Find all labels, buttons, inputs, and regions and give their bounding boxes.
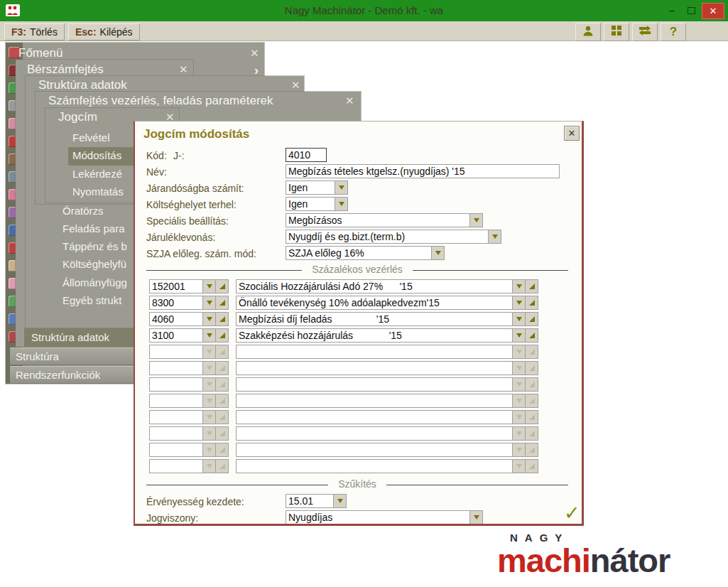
ervenyesseg-select[interactable]: 15.01	[286, 494, 347, 508]
exit-button[interactable]: Esc: Kilépés	[68, 23, 140, 41]
chevron-down-icon[interactable]	[513, 410, 526, 424]
corner-grip-icon[interactable]	[216, 394, 229, 408]
percent-code-field[interactable]: 8300	[149, 296, 203, 310]
chevron-down-icon[interactable]	[513, 394, 526, 408]
transfer-button[interactable]	[632, 23, 658, 41]
chevron-down-icon[interactable]	[203, 312, 216, 326]
menu-item-koltseghely[interactable]: Költséghelyfü	[63, 258, 126, 270]
percent-code-combo[interactable]	[149, 426, 229, 441]
percent-name-combo[interactable]	[236, 377, 538, 392]
chevron-down-icon[interactable]	[470, 213, 483, 227]
percent-name-combo[interactable]	[236, 394, 538, 408]
percent-name-field[interactable]	[236, 377, 513, 392]
koltseghely-select[interactable]: Igen	[286, 197, 348, 211]
percent-code-combo[interactable]	[149, 361, 229, 375]
specialis-value[interactable]: Megbízásos	[286, 213, 470, 227]
percent-name-combo[interactable]	[236, 426, 538, 441]
chevron-down-icon[interactable]	[334, 494, 347, 508]
percent-name-field[interactable]: Megbízási díj feladás '15	[236, 312, 513, 326]
chevron-down-icon[interactable]	[203, 410, 216, 424]
kod-input[interactable]	[286, 148, 327, 162]
jarulek-select[interactable]: Nyugdíj és eg.bizt.(term.b)	[286, 230, 501, 244]
percent-name-combo[interactable]	[236, 361, 538, 375]
minimize-button[interactable]: –	[663, 3, 681, 18]
percent-code-field[interactable]: 4060	[149, 312, 203, 326]
percent-code-combo[interactable]: 8300	[149, 296, 229, 310]
chevron-down-icon[interactable]	[513, 426, 526, 441]
user-button[interactable]	[575, 23, 601, 41]
corner-grip-icon[interactable]	[526, 328, 538, 343]
percent-code-field[interactable]	[149, 377, 203, 392]
percent-code-field[interactable]	[149, 426, 203, 441]
corner-grip-icon[interactable]	[526, 312, 538, 326]
percent-name-field[interactable]	[236, 443, 513, 457]
chevron-down-icon[interactable]	[203, 361, 216, 375]
percent-name-combo[interactable]: Szakképzési hozzájárulás '15	[236, 328, 538, 343]
chevron-down-icon[interactable]	[513, 279, 526, 294]
chevron-down-icon[interactable]	[432, 246, 445, 260]
menu-item-struktura-adatok-selected[interactable]: Struktúra adatok	[24, 328, 138, 347]
menu-item-allomanyfugg[interactable]: Állományfügg	[63, 276, 127, 289]
percent-name-field[interactable]	[236, 426, 513, 441]
corner-grip-icon[interactable]	[526, 361, 538, 375]
chevron-down-icon[interactable]	[470, 510, 483, 524]
menu-item-felvetel[interactable]: Felvétel	[72, 131, 110, 144]
ervenyesseg-value[interactable]: 15.01	[286, 494, 334, 508]
close-icon[interactable]: ✕	[345, 95, 354, 106]
percent-name-field[interactable]: Önálló tevékenység 10% adóalapkedvezm'15	[236, 296, 513, 310]
chevron-down-icon[interactable]	[203, 459, 216, 473]
percent-code-combo[interactable]	[149, 459, 229, 473]
koltseghely-value[interactable]: Igen	[286, 197, 335, 211]
menu-item-nyomtatas[interactable]: Nyomtatás	[72, 185, 124, 198]
percent-code-field[interactable]	[149, 410, 203, 424]
percent-code-combo[interactable]: 4060	[149, 312, 229, 326]
help-button[interactable]: ?	[661, 23, 686, 41]
close-icon[interactable]: ✕	[179, 64, 188, 75]
corner-grip-icon[interactable]	[526, 410, 538, 424]
percent-code-field[interactable]	[149, 345, 203, 359]
chevron-down-icon[interactable]	[513, 345, 526, 359]
szja-select[interactable]: SZJA előleg 16%	[286, 246, 445, 260]
corner-grip-icon[interactable]	[216, 312, 229, 326]
close-icon[interactable]: ✕	[291, 80, 300, 90]
chevron-down-icon[interactable]	[513, 328, 526, 343]
percent-code-combo[interactable]	[149, 377, 229, 392]
percent-code-field[interactable]	[149, 459, 203, 473]
percent-name-combo[interactable]	[236, 459, 538, 473]
percent-code-combo[interactable]: 3100	[149, 328, 229, 343]
percent-name-field[interactable]	[236, 459, 513, 473]
chevron-down-icon[interactable]	[513, 459, 526, 473]
percent-name-field[interactable]: Szakképzési hozzájárulás '15	[236, 328, 513, 343]
menu-item-tappenz[interactable]: Táppénz és b	[63, 240, 127, 252]
corner-grip-icon[interactable]	[526, 296, 538, 310]
percent-code-combo[interactable]	[149, 345, 229, 359]
percent-name-field[interactable]: Szociális Hozzájárulási Adó 27% '15	[236, 279, 513, 294]
jarandosag-value[interactable]: Igen	[286, 181, 335, 195]
chevron-down-icon[interactable]	[489, 230, 501, 244]
jarandosag-select[interactable]: Igen	[286, 181, 348, 195]
chevron-down-icon[interactable]	[513, 443, 526, 457]
corner-grip-icon[interactable]	[526, 443, 538, 457]
menu-item-oratorzs[interactable]: Óratörzs	[63, 205, 104, 217]
percent-code-combo[interactable]	[149, 443, 229, 457]
corner-grip-icon[interactable]	[526, 345, 538, 359]
percent-name-field[interactable]	[236, 410, 513, 424]
corner-grip-icon[interactable]	[216, 426, 229, 441]
menu-item-lekerdezes[interactable]: Lekérdezé	[72, 168, 122, 180]
jogviszony-value[interactable]: Nyugdíjas	[286, 510, 470, 524]
percent-code-field[interactable]	[149, 394, 203, 408]
chevron-down-icon[interactable]	[335, 197, 348, 211]
close-button[interactable]: ✕	[702, 3, 724, 19]
corner-grip-icon[interactable]	[216, 296, 229, 310]
jogviszony-select[interactable]: Nyugdíjas	[286, 510, 483, 524]
percent-code-field[interactable]: 152001	[149, 279, 203, 294]
percent-name-combo[interactable]: Megbízási díj feladás '15	[236, 312, 538, 326]
chevron-down-icon[interactable]	[513, 377, 526, 392]
percent-name-field[interactable]	[236, 361, 513, 375]
close-icon[interactable]: ✕	[250, 48, 259, 58]
percent-name-combo[interactable]	[236, 443, 538, 457]
chevron-down-icon[interactable]	[513, 312, 526, 326]
chevron-down-icon[interactable]	[203, 345, 216, 359]
corner-grip-icon[interactable]	[526, 426, 538, 441]
percent-code-combo[interactable]: 152001	[149, 279, 229, 294]
